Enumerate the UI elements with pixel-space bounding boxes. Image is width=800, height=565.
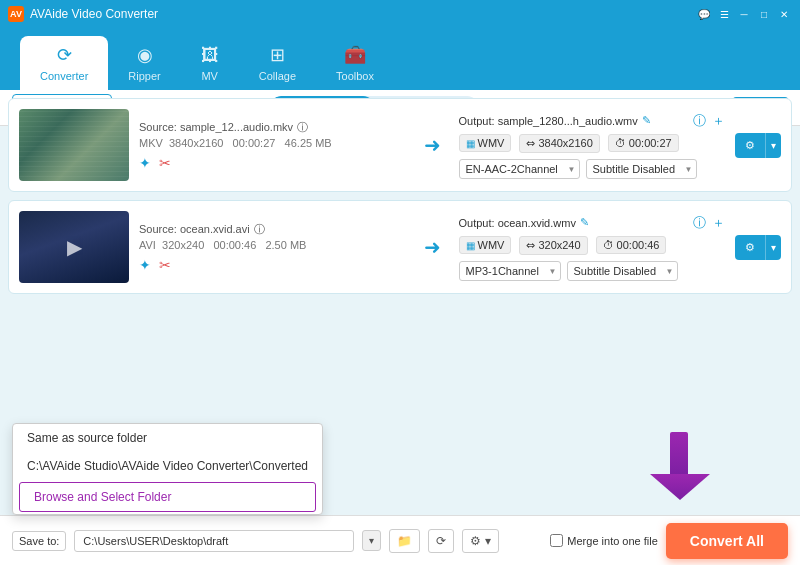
nav-toolbox[interactable]: 🧰 Toolbox bbox=[316, 36, 394, 90]
output-filename-1: Output: sample_1280...h_audio.wmv bbox=[459, 115, 638, 127]
nav-converter-label: Converter bbox=[40, 70, 88, 82]
file-info-icon-2[interactable]: ⓘ bbox=[254, 222, 265, 237]
file-cut-icon-2[interactable]: ✂ bbox=[159, 257, 171, 273]
converter-icon: ⟳ bbox=[57, 44, 72, 66]
folder-browse-button[interactable]: 📁 bbox=[389, 529, 420, 553]
item-convert-btn-group-2: ⚙ ▾ bbox=[735, 235, 781, 260]
title-bar-menu-btn[interactable]: ☰ bbox=[716, 6, 732, 22]
out-res-badge-1: ⇔ 3840x2160 bbox=[519, 134, 599, 153]
thumbnail-ocean: ▶ bbox=[19, 211, 129, 283]
nav-converter[interactable]: ⟳ Converter bbox=[20, 36, 108, 90]
file-source-label-1: Source: sample_12...audio.mkv bbox=[139, 121, 293, 133]
subtitle-select-wrapper-2[interactable]: Subtitle Disabled bbox=[567, 261, 678, 281]
convert-arrow-1: ➜ bbox=[424, 133, 441, 157]
subtitle-select-wrapper-1[interactable]: Subtitle Disabled bbox=[586, 159, 697, 179]
ocean-play-icon: ▶ bbox=[67, 235, 82, 259]
title-bar: AV AVAide Video Converter 💬 ☰ ─ □ ✕ bbox=[0, 0, 800, 28]
item-settings-btn-1[interactable]: ⚙ bbox=[735, 133, 765, 158]
out-format-badge-1: ▦ WMV bbox=[459, 134, 512, 152]
file-item-2: ▶ Source: ocean.xvid.avi ⓘ AVI 320x240 0… bbox=[8, 200, 792, 294]
item-settings-split-2[interactable]: ▾ bbox=[765, 235, 781, 260]
title-bar-chat-btn[interactable]: 💬 bbox=[696, 6, 712, 22]
app-logo: AV bbox=[8, 6, 24, 22]
out-dur-badge-2: ⏱ 00:00:46 bbox=[596, 236, 667, 254]
nav-mv-label: MV bbox=[201, 70, 218, 82]
thumbnail-sample bbox=[19, 109, 129, 181]
toolbox-icon: 🧰 bbox=[344, 44, 366, 66]
out-res-badge-2: ⇔ 320x240 bbox=[519, 236, 587, 255]
bottom-bar: Save to: ▾ 📁 ⟳ ⚙ ▾ Merge into one file C… bbox=[0, 515, 800, 565]
app-title: AVAide Video Converter bbox=[30, 7, 158, 21]
save-to-label: Save to: bbox=[12, 531, 66, 551]
file-meta-1: MKV 3840x2160 00:00:27 46.25 MB bbox=[139, 137, 406, 149]
mv-icon: 🖼 bbox=[201, 45, 219, 66]
file-source-label-2: Source: ocean.xvid.avi bbox=[139, 223, 250, 235]
file-thumb-1 bbox=[19, 109, 129, 181]
settings-button[interactable]: ⚙ ▾ bbox=[462, 529, 498, 553]
merge-label: Merge into one file bbox=[567, 535, 658, 547]
audio-select-wrapper-1[interactable]: EN-AAC-2Channel bbox=[459, 159, 580, 179]
nav-collage[interactable]: ⊞ Collage bbox=[239, 36, 316, 90]
nav-bar: ⟳ Converter ◉ Ripper 🖼 MV ⊞ Collage 🧰 To… bbox=[0, 28, 800, 90]
nav-mv[interactable]: 🖼 MV bbox=[181, 37, 239, 90]
dropdown-avaide-converted[interactable]: C:\AVAide Studio\AVAide Video Converter\… bbox=[13, 452, 322, 480]
out-dur-badge-1: ⏱ 00:00:27 bbox=[608, 134, 679, 152]
output-info-icon-2[interactable]: ⓘ bbox=[693, 214, 706, 232]
title-bar-maximize-btn[interactable]: □ bbox=[756, 6, 772, 22]
output-area-2: Output: ocean.xvid.wmv ✎ ⓘ ＋ ▦ WMV ⇔ 320… bbox=[459, 214, 726, 281]
file-item-1: Source: sample_12...audio.mkv ⓘ MKV 3840… bbox=[8, 98, 792, 192]
output-add-icon-1[interactable]: ＋ bbox=[712, 112, 725, 130]
subtitle-select-2[interactable]: Subtitle Disabled bbox=[567, 261, 678, 281]
convert-arrow-2: ➜ bbox=[424, 235, 441, 259]
dropdown-browse-folder[interactable]: Browse and Select Folder bbox=[19, 482, 316, 512]
merge-checkbox[interactable] bbox=[550, 534, 563, 547]
file-info-icon-1[interactable]: ⓘ bbox=[297, 120, 308, 135]
item-settings-split-1[interactable]: ▾ bbox=[765, 133, 781, 158]
ripper-icon: ◉ bbox=[137, 44, 153, 66]
big-arrow-indicator bbox=[650, 432, 710, 505]
edit-output-icon-1[interactable]: ✎ bbox=[642, 114, 651, 127]
nav-ripper[interactable]: ◉ Ripper bbox=[108, 36, 180, 90]
nav-ripper-label: Ripper bbox=[128, 70, 160, 82]
dropdown-same-source[interactable]: Same as source folder bbox=[13, 424, 322, 452]
save-path-input[interactable] bbox=[74, 530, 354, 552]
convert-all-button[interactable]: Convert All bbox=[666, 523, 788, 559]
nav-collage-label: Collage bbox=[259, 70, 296, 82]
subtitle-select-1[interactable]: Subtitle Disabled bbox=[586, 159, 697, 179]
refresh-button[interactable]: ⟳ bbox=[428, 529, 454, 553]
file-info-1: Source: sample_12...audio.mkv ⓘ MKV 3840… bbox=[139, 120, 406, 171]
item-settings-btn-2[interactable]: ⚙ bbox=[735, 235, 765, 260]
item-convert-btn-group-1: ⚙ ▾ bbox=[735, 133, 781, 158]
title-bar-minimize-btn[interactable]: ─ bbox=[736, 6, 752, 22]
svg-rect-0 bbox=[670, 432, 688, 477]
output-filename-2: Output: ocean.xvid.wmv bbox=[459, 217, 576, 229]
output-add-icon-2[interactable]: ＋ bbox=[712, 214, 725, 232]
file-star-icon-2[interactable]: ✦ bbox=[139, 257, 151, 273]
collage-icon: ⊞ bbox=[270, 44, 285, 66]
file-thumb-2: ▶ bbox=[19, 211, 129, 283]
path-dropdown-menu: Same as source folder C:\AVAide Studio\A… bbox=[12, 423, 323, 515]
audio-select-1[interactable]: EN-AAC-2Channel bbox=[459, 159, 580, 179]
merge-checkbox-group: Merge into one file bbox=[550, 534, 658, 547]
file-star-icon-1[interactable]: ✦ bbox=[139, 155, 151, 171]
edit-output-icon-2[interactable]: ✎ bbox=[580, 216, 589, 229]
output-info-icon-1[interactable]: ⓘ bbox=[693, 112, 706, 130]
file-meta-2: AVI 320x240 00:00:46 2.50 MB bbox=[139, 239, 406, 251]
nav-toolbox-label: Toolbox bbox=[336, 70, 374, 82]
file-cut-icon-1[interactable]: ✂ bbox=[159, 155, 171, 171]
title-bar-close-btn[interactable]: ✕ bbox=[776, 6, 792, 22]
svg-marker-1 bbox=[650, 474, 710, 500]
path-dropdown-button[interactable]: ▾ bbox=[362, 530, 381, 551]
audio-select-wrapper-2[interactable]: MP3-1Channel bbox=[459, 261, 561, 281]
audio-select-2[interactable]: MP3-1Channel bbox=[459, 261, 561, 281]
file-info-2: Source: ocean.xvid.avi ⓘ AVI 320x240 00:… bbox=[139, 222, 406, 273]
out-format-badge-2: ▦ WMV bbox=[459, 236, 512, 254]
output-area-1: Output: sample_1280...h_audio.wmv ✎ ⓘ ＋ … bbox=[459, 112, 726, 179]
